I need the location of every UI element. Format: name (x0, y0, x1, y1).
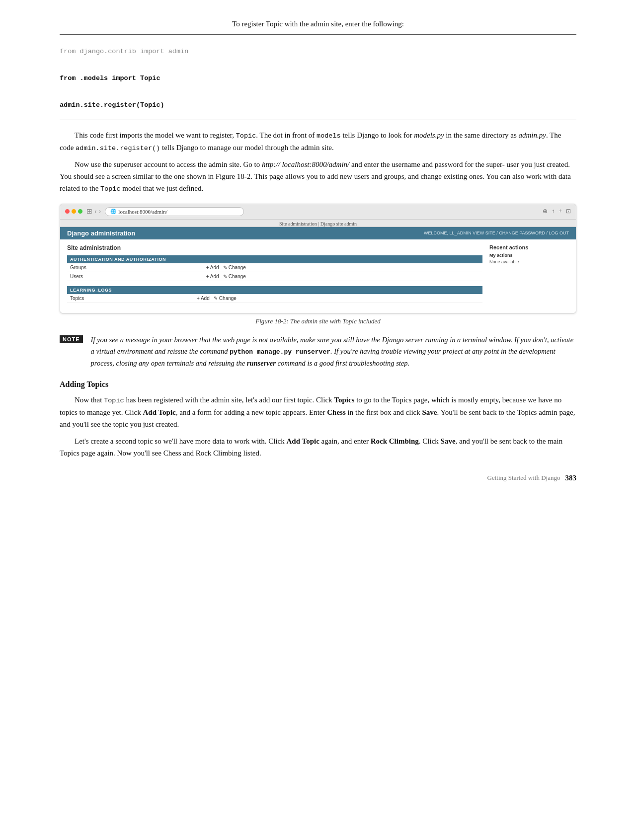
table-row-users: Users + Add ✎ Change (67, 272, 482, 281)
adding-topics-heading: Adding Topics (60, 380, 576, 389)
django-content: Site administration AUTHENTICATION AND A… (60, 239, 576, 313)
tab-grid-icon: ⊡ (566, 208, 571, 215)
groups-actions: + Add ✎ Change (203, 263, 482, 272)
globe-icon: 🌐 (110, 209, 116, 214)
minimize-dot (72, 209, 76, 214)
browser-nav: ⊞ ‹ › (86, 207, 101, 216)
close-dot (65, 209, 70, 214)
bookmark-icon: ↑ (552, 208, 555, 215)
auth-section-header: AUTHENTICATION AND AUTHORIZATION (67, 255, 482, 263)
add-groups-link: + Add (206, 265, 219, 270)
adding-topics-p2: Let's create a second topic so we'll hav… (60, 435, 576, 459)
users-label: Users (67, 272, 203, 281)
browser-chrome: ⊞ ‹ › 🌐 localhost:8000/admin/ ⊕ ↑ + ⊡ (60, 204, 576, 220)
add-users-link: + Add (206, 274, 219, 279)
page-number: 383 (565, 474, 577, 482)
note-text: If you see a message in your browser tha… (91, 334, 576, 369)
figure-caption: Figure 18-2: The admin site with Topic i… (60, 317, 576, 325)
maximize-dot (78, 209, 82, 214)
my-actions-label: My actions (489, 253, 569, 258)
none-available-text: None available (489, 259, 569, 264)
adding-topics-p1: Now that Topic has been registered with … (60, 394, 576, 430)
table-row-groups: Groups + Add ✎ Change (67, 263, 482, 272)
page-footer: Getting Started with Django 383 (60, 474, 576, 482)
django-site-title: Django administration (67, 229, 135, 237)
add-topics-link: + Add (197, 296, 210, 301)
add-tab-icon: + (558, 208, 562, 215)
code-line-1: from django.contrib import admin (60, 45, 576, 58)
browser-right-icons: ⊕ ↑ + ⊡ (543, 208, 571, 215)
top-rule (60, 34, 576, 35)
topics-label: Topics (67, 294, 194, 303)
auth-table: Groups + Add ✎ Change Users + Add ✎ Chan… (67, 263, 482, 281)
learning-section-header: LEARNING_LOGS (67, 286, 482, 294)
django-header: Django administration WELCOME, LL_ADMIN … (60, 227, 576, 239)
footer-label: Getting Started with Django (487, 474, 560, 482)
django-recent-actions: Recent actions My actions None available (489, 244, 569, 308)
django-admin-panel: Django administration WELCOME, LL_ADMIN … (60, 227, 576, 313)
back-icon: ‹ (94, 208, 97, 216)
site-admin-heading: Site administration (67, 244, 482, 251)
django-welcome: WELCOME, LL_ADMIN VIEW SITE / CHANGE PAS… (424, 230, 569, 235)
change-users-link: ✎ Change (223, 274, 246, 279)
note-box: NOTE If you see a message in your browse… (60, 334, 576, 369)
bottom-rule (60, 120, 576, 120)
django-main-content: Site administration AUTHENTICATION AND A… (67, 244, 482, 308)
address-bar: 🌐 localhost:8000/admin/ (105, 207, 244, 216)
tab-bar: Site administration | Django site admin (60, 220, 576, 227)
recent-actions-title: Recent actions (489, 244, 569, 250)
users-actions: + Add ✎ Change (203, 272, 482, 281)
note-label: NOTE (60, 335, 83, 343)
browser-screenshot: ⊞ ‹ › 🌐 localhost:8000/admin/ ⊕ ↑ + ⊡ Si… (60, 204, 576, 313)
paragraph-2: Now use the superuser account to access … (60, 158, 576, 195)
change-groups-link: ✎ Change (223, 265, 246, 270)
browser-dots (65, 209, 82, 214)
share-icon: ⊕ (543, 208, 548, 215)
topics-actions: + Add ✎ Change (194, 294, 482, 303)
forward-icon: › (99, 208, 101, 216)
intro-heading: To register Topic with the admin site, e… (60, 20, 576, 28)
groups-label: Groups (67, 263, 203, 272)
code-line-3: admin.site.register(Topic) (60, 98, 576, 112)
paragraph-1: This code first imports the model we wan… (60, 129, 576, 153)
change-topics-link: ✎ Change (214, 296, 237, 301)
table-row-topics: Topics + Add ✎ Change (67, 294, 482, 303)
code-line-2: from .models import Topic (60, 72, 576, 85)
learning-table: Topics + Add ✎ Change (67, 294, 482, 303)
grid-icon: ⊞ (86, 207, 92, 216)
code-block: from django.contrib import admin from .m… (60, 42, 576, 115)
